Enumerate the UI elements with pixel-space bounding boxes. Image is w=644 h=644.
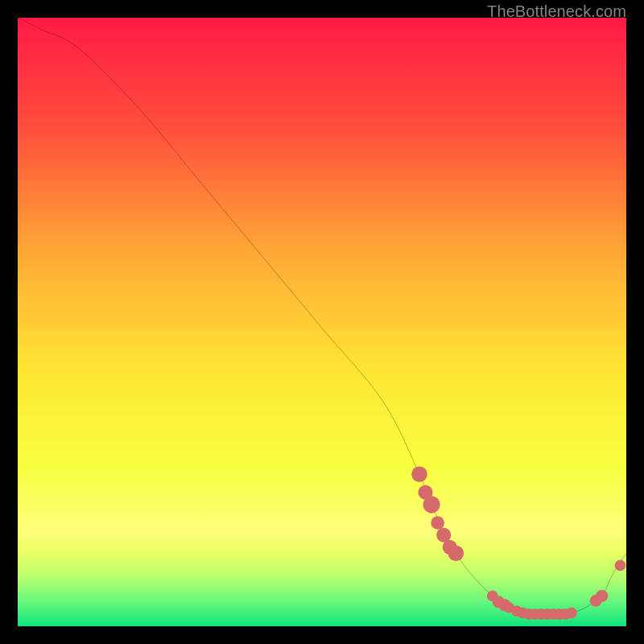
data-point-marker	[411, 466, 427, 482]
data-point-marker	[431, 516, 444, 530]
data-point-marker	[423, 496, 440, 513]
chart-stage: TheBottleneck.com	[0, 0, 644, 644]
watermark-text: TheBottleneck.com	[487, 2, 626, 21]
bottleneck-chart	[18, 18, 626, 626]
data-point-marker	[448, 545, 464, 561]
data-point-marker	[566, 608, 577, 619]
data-point-marker	[615, 560, 626, 572]
gradient-background	[18, 18, 626, 626]
data-point-marker	[596, 590, 608, 602]
